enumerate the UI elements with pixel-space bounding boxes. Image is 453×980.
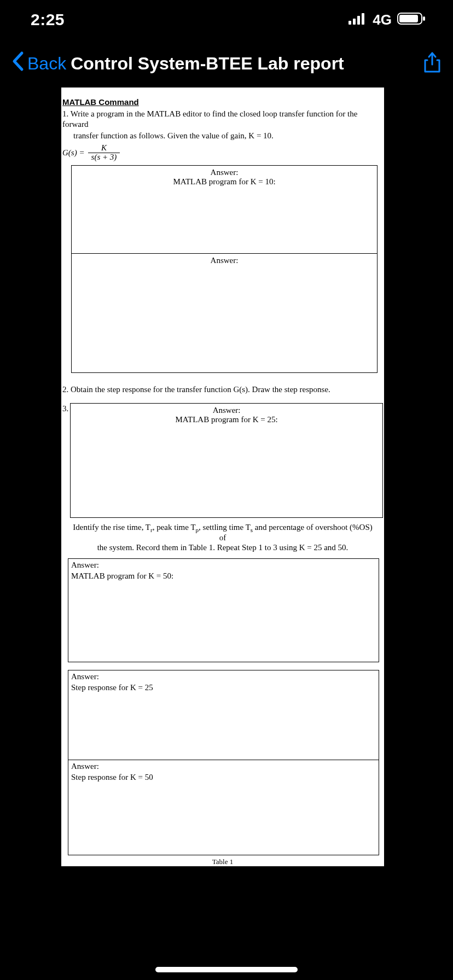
answer-subtitle-step25: Step response for K = 25 — [68, 683, 379, 694]
back-button[interactable]: Back — [10, 51, 66, 76]
answer-subtitle-step50: Step response for K = 50 — [68, 773, 379, 784]
answer-subtitle-k25: MATLAB program for K = 25: — [71, 415, 382, 425]
answer-body — [68, 694, 379, 760]
signal-icon — [349, 13, 367, 27]
svg-rect-0 — [349, 21, 351, 25]
identify-line-2: the system. Record them in Table 1. Repe… — [97, 543, 349, 552]
answer-body — [72, 188, 377, 253]
chevron-left-icon — [10, 51, 26, 76]
question-1-text-cont: transfer function as follows. Given the … — [61, 131, 384, 142]
svg-rect-1 — [353, 19, 356, 25]
status-bar: 2:25 4G — [0, 0, 453, 39]
document-page: MATLAB Command 1. Write a program in the… — [61, 88, 384, 866]
identify-line-1: Identify the rise time, Tr, peak time Tp… — [73, 523, 373, 542]
answer-body — [72, 265, 377, 372]
formula-fraction: K s(s + 3) — [88, 144, 120, 162]
table-caption: Table 1 — [61, 855, 384, 866]
answer-label: Answer: — [68, 670, 379, 683]
question-1-text: 1. Write a program in the MATLAB editor … — [61, 109, 384, 131]
svg-rect-3 — [362, 13, 364, 25]
svg-rect-2 — [357, 16, 360, 25]
share-button[interactable] — [421, 51, 443, 75]
document-viewport[interactable]: MATLAB Command 1. Write a program in the… — [0, 88, 453, 980]
svg-rect-5 — [399, 15, 418, 22]
question-2-text: 2. Obtain the step response for the tran… — [61, 373, 384, 403]
answer-box-step25: Answer: Step response for K = 25 — [68, 670, 379, 760]
home-indicator[interactable] — [155, 967, 298, 972]
answer-body — [68, 784, 379, 855]
answer-box-k50: Answer: MATLAB program for K = 50: — [68, 558, 379, 662]
battery-icon — [397, 12, 427, 27]
page-title: Control System-BTEE Lab report — [71, 54, 421, 74]
answer-box-blank: Answer: — [71, 253, 378, 373]
answer-box-k25: Answer: MATLAB program for K = 25: — [70, 403, 383, 518]
answer-subtitle-k10: MATLAB program for K = 10: — [72, 177, 377, 188]
network-label: 4G — [373, 11, 392, 28]
answer-subtitle-k50: MATLAB program for K = 50: — [68, 571, 379, 582]
answer-body — [68, 582, 379, 662]
answer-label: Answer: — [68, 559, 379, 571]
answer-label: Answer: — [72, 166, 377, 177]
formula: G(s) = K s(s + 3) — [61, 142, 384, 165]
question-3-number: 3. — [61, 403, 70, 518]
identify-text: Identify the rise time, Tr, peak time Tp… — [61, 518, 384, 558]
answer-box-step50: Answer: Step response for K = 50 — [68, 760, 379, 855]
section-heading: MATLAB Command — [61, 88, 384, 109]
question-3-row: 3. Answer: MATLAB program for K = 25: — [61, 403, 384, 518]
formula-denominator: s(s + 3) — [88, 153, 120, 162]
formula-lhs: G(s) = — [62, 148, 85, 158]
status-time: 2:25 — [31, 10, 65, 29]
answer-label: Answer: — [71, 404, 382, 415]
nav-bar: Back Control System-BTEE Lab report — [0, 39, 453, 88]
answer-box-k10: Answer: MATLAB program for K = 10: — [71, 165, 378, 254]
share-icon — [423, 51, 442, 75]
answer-label: Answer: — [68, 760, 379, 773]
status-icons: 4G — [349, 11, 427, 28]
formula-numerator: K — [98, 144, 110, 153]
back-label: Back — [27, 54, 66, 74]
answer-body — [71, 425, 382, 517]
svg-rect-6 — [423, 16, 425, 21]
answer-label: Answer: — [72, 254, 377, 265]
